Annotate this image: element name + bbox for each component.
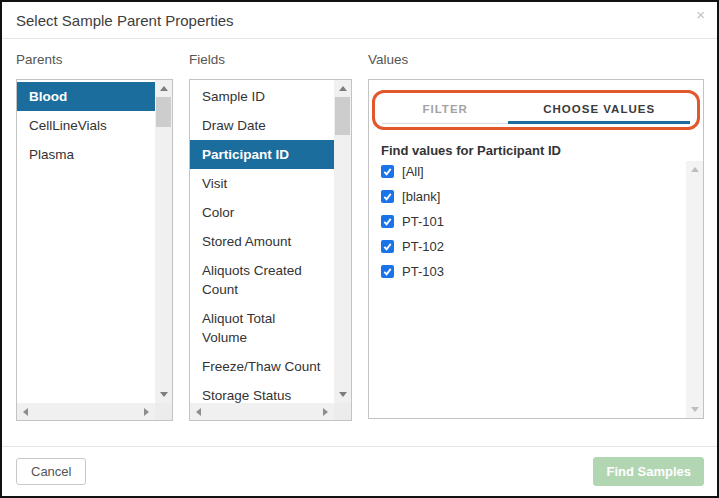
arrow-right-icon[interactable] <box>323 408 328 416</box>
arrow-up-icon <box>691 167 699 172</box>
value-option-label: PT-103 <box>402 264 444 279</box>
scrollbar-corner <box>334 403 351 420</box>
values-option-list: [All] [blank] PT-101 PT-102 <box>370 159 686 418</box>
parents-listbox: Blood CellLineVials Plasma <box>16 79 173 421</box>
arrow-left-icon[interactable] <box>23 408 28 416</box>
scroll-down-button[interactable] <box>686 401 703 418</box>
value-option-label: [blank] <box>402 189 440 204</box>
field-item-aliquot-total-volume[interactable]: Aliquot Total Volume <box>190 304 334 352</box>
cancel-button[interactable]: Cancel <box>16 458 86 485</box>
values-panel: Values FILTER CHOOSE VALUES Find values … <box>368 52 704 446</box>
fields-label: Fields <box>189 52 352 69</box>
arrow-down-icon <box>339 392 347 397</box>
horizontal-scrollbar[interactable] <box>17 403 155 420</box>
tabs-highlight-annotation: FILTER CHOOSE VALUES <box>372 90 700 130</box>
scroll-up-button[interactable] <box>686 161 703 178</box>
scroll-up-button[interactable] <box>334 80 351 97</box>
value-option-blank[interactable]: [blank] <box>370 184 686 209</box>
scrollbar-thumb[interactable] <box>156 97 171 127</box>
find-values-label: Find values for Participant ID <box>381 143 691 158</box>
vertical-scrollbar[interactable] <box>686 161 703 418</box>
value-option-label: PT-102 <box>402 239 444 254</box>
value-option-label: [All] <box>402 164 424 179</box>
dialog-body: Parents Blood CellLineVials Plasma <box>2 39 717 446</box>
field-item-sample-id[interactable]: Sample ID <box>190 82 334 111</box>
fields-panel: Fields Sample ID Draw Date Participant I… <box>189 52 352 446</box>
value-option-pt102[interactable]: PT-102 <box>370 234 686 259</box>
value-option-pt103[interactable]: PT-103 <box>370 259 686 284</box>
field-item-participant-id[interactable]: Participant ID <box>190 140 334 169</box>
value-option-pt101[interactable]: PT-101 <box>370 209 686 234</box>
field-item-aliquots-created-count[interactable]: Aliquots Created Count <box>190 256 334 304</box>
parent-item-celllinevials[interactable]: CellLineVials <box>17 111 155 140</box>
scroll-down-button[interactable] <box>334 386 351 403</box>
checkbox-checked-icon[interactable] <box>381 165 394 178</box>
parents-label: Parents <box>16 52 173 69</box>
parent-item-plasma[interactable]: Plasma <box>17 140 155 169</box>
field-item-freeze-thaw-count[interactable]: Freeze/Thaw Count <box>190 352 334 381</box>
values-box: FILTER CHOOSE VALUES Find values for Par… <box>368 79 704 419</box>
values-tabs: FILTER CHOOSE VALUES <box>382 96 690 124</box>
tab-choose-values[interactable]: CHOOSE VALUES <box>508 96 690 124</box>
vertical-scrollbar[interactable] <box>334 80 351 403</box>
parents-panel: Parents Blood CellLineVials Plasma <box>16 52 173 446</box>
scroll-up-button[interactable] <box>155 80 172 97</box>
dialog-title: Select Sample Parent Properties <box>16 12 234 29</box>
scrollbar-thumb[interactable] <box>335 97 350 135</box>
checkbox-checked-icon[interactable] <box>381 240 394 253</box>
close-icon[interactable]: × <box>696 7 705 22</box>
horizontal-scrollbar[interactable] <box>190 403 334 420</box>
parents-list: Blood CellLineVials Plasma <box>17 82 155 403</box>
fields-listbox: Sample ID Draw Date Participant ID Visit… <box>189 79 352 421</box>
parent-item-blood[interactable]: Blood <box>17 82 155 111</box>
arrow-up-icon <box>160 86 168 91</box>
scrollbar-corner <box>155 403 172 420</box>
vertical-scrollbar[interactable] <box>155 80 172 403</box>
tab-filter[interactable]: FILTER <box>382 96 508 124</box>
value-option-label: PT-101 <box>402 214 444 229</box>
arrow-left-icon[interactable] <box>196 408 201 416</box>
values-label: Values <box>368 52 704 69</box>
scroll-down-button[interactable] <box>155 386 172 403</box>
fields-list: Sample ID Draw Date Participant ID Visit… <box>190 82 334 403</box>
dialog-footer: Cancel Find Samples <box>2 446 717 496</box>
field-item-draw-date[interactable]: Draw Date <box>190 111 334 140</box>
select-sample-parent-properties-dialog: Select Sample Parent Properties × Parent… <box>0 0 719 498</box>
field-item-color[interactable]: Color <box>190 198 334 227</box>
dialog-header: Select Sample Parent Properties × <box>2 2 717 39</box>
value-option-all[interactable]: [All] <box>370 159 686 184</box>
field-item-storage-status[interactable]: Storage Status <box>190 381 334 403</box>
arrow-right-icon[interactable] <box>144 408 149 416</box>
checkbox-checked-icon[interactable] <box>381 265 394 278</box>
find-samples-button[interactable]: Find Samples <box>593 457 704 486</box>
field-item-stored-amount[interactable]: Stored Amount <box>190 227 334 256</box>
checkbox-checked-icon[interactable] <box>381 215 394 228</box>
arrow-up-icon <box>339 86 347 91</box>
arrow-down-icon <box>691 407 699 412</box>
field-item-visit[interactable]: Visit <box>190 169 334 198</box>
checkbox-checked-icon[interactable] <box>381 190 394 203</box>
arrow-down-icon <box>160 392 168 397</box>
